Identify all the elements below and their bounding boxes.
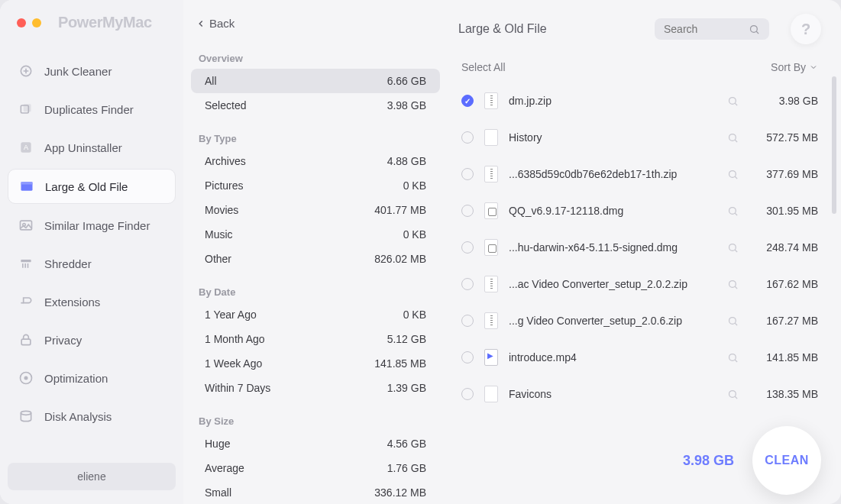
content-panel: Large & Old File ? Select All Sort By dm… <box>451 0 841 504</box>
bysize-title: By Size <box>191 411 440 431</box>
bysize-row[interactable]: Huge4.56 GB <box>191 431 440 456</box>
file-checkbox[interactable] <box>461 241 474 254</box>
file-row[interactable]: ...ac Video Converter_setup_2.0.2.zip 16… <box>458 266 821 302</box>
file-checkbox[interactable] <box>461 131 474 144</box>
back-button[interactable]: Back <box>191 14 239 33</box>
filter-label: Music <box>205 228 233 241</box>
bytype-row[interactable]: Other826.02 MB <box>191 247 440 271</box>
reveal-icon[interactable] <box>727 205 739 217</box>
close-window-icon[interactable] <box>17 18 26 27</box>
bytype-row[interactable]: Movies401.77 MB <box>191 198 440 222</box>
clean-label: CLEAN <box>765 454 809 467</box>
bydate-row[interactable]: 1 Year Ago0 KB <box>191 302 440 327</box>
file-row[interactable]: QQ_v6.9.17-12118.dmg 301.95 MB <box>458 192 821 229</box>
file-checkbox[interactable] <box>461 205 474 217</box>
file-checkbox[interactable] <box>461 278 474 290</box>
sidebar-item-extensions[interactable]: Extensions <box>8 285 176 318</box>
bydate-row[interactable]: 1 Week Ago141.85 MB <box>191 351 440 376</box>
svg-line-30 <box>735 286 737 289</box>
sidebar-item-disk-analysis[interactable]: Disk Analysis <box>8 399 176 433</box>
file-size: 248.74 MB <box>749 241 818 254</box>
similar-icon <box>18 218 34 233</box>
sidebar-item-large-old-file[interactable]: Large & Old File <box>8 169 176 204</box>
file-row[interactable]: ...6385d59c0db76e62deb17-1th.zip 377.69 … <box>458 156 821 192</box>
filter-value: 401.77 MB <box>374 204 426 216</box>
search-box[interactable] <box>655 18 769 40</box>
sidebar-item-similar-image-finder[interactable]: Similar Image Finder <box>8 208 176 242</box>
sidebar-item-shredder[interactable]: Shredder <box>8 247 176 280</box>
file-checkbox[interactable] <box>461 388 474 400</box>
dmg-file-icon <box>484 239 498 256</box>
file-size: 301.95 MB <box>749 205 818 217</box>
dmg-file-icon <box>484 202 498 219</box>
scrollbar-track[interactable] <box>832 76 836 290</box>
lock-icon <box>18 332 34 347</box>
filter-label: Within 7 Days <box>205 382 270 394</box>
filter-value: 1.76 GB <box>387 462 426 474</box>
file-row[interactable]: ...g Video Converter_setup_2.0.6.zip 167… <box>458 302 821 339</box>
sidebar-item-privacy[interactable]: Privacy <box>8 323 176 357</box>
file-row[interactable]: History 572.75 MB <box>458 119 821 156</box>
bytype-row[interactable]: Pictures0 KB <box>191 173 440 198</box>
back-label: Back <box>209 17 235 30</box>
svg-point-15 <box>24 376 28 380</box>
reveal-icon[interactable] <box>727 352 739 363</box>
filter-label: Small <box>205 486 231 499</box>
reveal-icon[interactable] <box>727 95 739 107</box>
sidebar-item-duplicates-finder[interactable]: Duplicates Finder <box>8 92 176 126</box>
bysize-row[interactable]: Small336.12 MB <box>191 480 440 504</box>
file-row[interactable]: introduce.mp4 141.85 MB <box>458 339 821 376</box>
filter-value: 336.12 MB <box>374 486 426 499</box>
file-row[interactable]: Favicons 138.35 MB <box>458 376 821 412</box>
disk-icon <box>18 409 34 424</box>
filter-value: 1.39 GB <box>387 382 426 394</box>
reveal-icon[interactable] <box>727 315 739 327</box>
user-chip[interactable]: eliene <box>8 463 176 490</box>
svg-point-31 <box>729 317 736 324</box>
file-name: introduce.mp4 <box>509 351 716 363</box>
search-input[interactable] <box>664 23 749 35</box>
app-window: PowerMyMac Junk CleanerDuplicates Finder… <box>0 0 841 504</box>
file-row[interactable]: dm.jp.zip 3.98 GB <box>458 82 821 119</box>
file-name: ...g Video Converter_setup_2.0.6.zip <box>509 315 716 327</box>
zip-file-icon <box>484 92 498 109</box>
sort-by-button[interactable]: Sort By <box>771 61 818 73</box>
zip-file-icon <box>484 276 498 292</box>
reveal-icon[interactable] <box>727 242 739 254</box>
bysize-row[interactable]: Average1.76 GB <box>191 456 440 480</box>
chevron-down-icon <box>809 63 818 72</box>
bytype-row[interactable]: Music0 KB <box>191 222 440 247</box>
file-name: ...ac Video Converter_setup_2.0.2.zip <box>509 278 716 290</box>
file-checkbox[interactable] <box>461 351 474 363</box>
top-bar: Large & Old File ? <box>458 14 821 44</box>
reveal-icon[interactable] <box>727 389 739 400</box>
select-all-link[interactable]: Select All <box>461 61 506 73</box>
sidebar-item-junk-cleaner[interactable]: Junk Cleaner <box>8 54 176 88</box>
bytype-row[interactable]: Archives4.88 GB <box>191 149 440 173</box>
large-icon <box>19 179 34 194</box>
clean-button[interactable]: CLEAN <box>752 426 821 495</box>
scrollbar-thumb[interactable] <box>832 76 836 214</box>
overview-row[interactable]: All6.66 GB <box>191 69 440 93</box>
file-checkbox[interactable] <box>461 168 474 180</box>
help-icon: ? <box>801 21 810 38</box>
sidebar-item-app-uninstaller[interactable]: AApp Uninstaller <box>8 131 176 164</box>
sidebar-item-optimization[interactable]: Optimization <box>8 361 176 395</box>
file-checkbox[interactable] <box>461 95 474 107</box>
filter-value: 6.66 GB <box>387 75 426 87</box>
overview-row[interactable]: Selected3.98 GB <box>191 93 440 118</box>
reveal-icon[interactable] <box>727 279 739 290</box>
reveal-icon[interactable] <box>727 132 739 144</box>
reveal-icon[interactable] <box>727 169 739 180</box>
file-checkbox[interactable] <box>461 315 474 327</box>
folder-file-icon <box>484 129 498 146</box>
footer: 3.98 GB CLEAN <box>683 426 821 495</box>
help-button[interactable]: ? <box>791 14 821 44</box>
bydate-row[interactable]: Within 7 Days1.39 GB <box>191 376 440 400</box>
minimize-window-icon[interactable] <box>32 18 41 27</box>
filter-value: 0 KB <box>403 309 426 321</box>
svg-rect-6 <box>21 182 33 184</box>
bydate-row[interactable]: 1 Month Ago5.12 GB <box>191 327 440 351</box>
svg-line-20 <box>735 103 737 105</box>
file-row[interactable]: ...hu-darwin-x64-5.11.5-signed.dmg 248.7… <box>458 229 821 266</box>
